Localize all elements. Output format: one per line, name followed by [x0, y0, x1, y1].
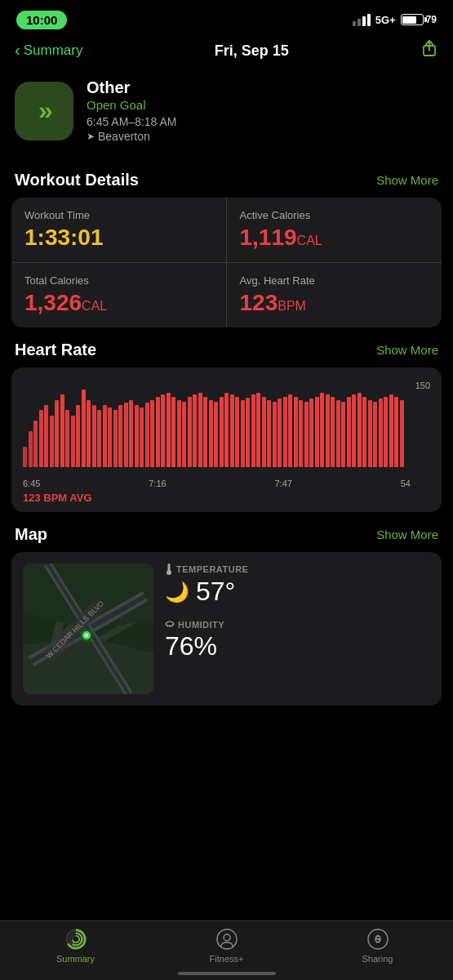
temperature-section: TEMPERATURE 🌙 57° — [165, 564, 430, 607]
chart-bar — [331, 397, 335, 467]
chart-bar — [39, 410, 43, 467]
chart-y-label: 150 — [415, 381, 430, 390]
detail-total-calories: Total Calories 1,326CAL — [11, 263, 227, 327]
chart-bar — [87, 400, 91, 467]
chart-bar — [256, 393, 260, 467]
map-thumbnail[interactable]: W CEDAR HILLS BLVD — [23, 564, 153, 694]
network-type: 5G+ — [375, 14, 396, 26]
status-time: 10:00 — [16, 11, 67, 29]
chart-bar — [267, 400, 271, 467]
sharing-icon: S — [366, 928, 389, 951]
detail-heart-rate: Avg. Heart Rate 123BPM — [227, 263, 442, 327]
nav-bar: ‹ Summary Fri, Sep 15 — [0, 36, 453, 70]
chart-bar — [145, 403, 149, 467]
activity-ring-icon — [64, 928, 87, 951]
fitness-plus-icon — [215, 928, 238, 951]
chart-bar — [309, 399, 313, 467]
chart-bar — [29, 431, 33, 467]
workout-goal: Open Goal — [87, 98, 177, 112]
humidity-value: 76% — [165, 631, 430, 662]
chart-x-labels: 6:45 7:16 7:47 54 — [23, 479, 430, 488]
moon-icon: 🌙 — [165, 581, 189, 604]
battery-indicator: 79 — [401, 14, 437, 25]
tab-summary[interactable]: Summary — [0, 928, 151, 964]
workout-type-icon: » — [38, 96, 50, 126]
workout-time-label: Workout Time — [24, 209, 213, 221]
workout-header: » Other Open Goal 6:45 AM–8:18 AM ➤ Beav… — [0, 70, 453, 158]
tab-summary-label: Summary — [56, 954, 95, 964]
chart-bar — [288, 394, 292, 467]
map-title: Map — [15, 525, 47, 544]
heart-rate-show-more[interactable]: Show More — [376, 343, 438, 357]
chart-bar — [23, 447, 27, 467]
chart-bar — [177, 400, 181, 467]
share-button[interactable] — [420, 39, 438, 62]
workout-details-card: Workout Time 1:33:01 Active Calories 1,1… — [11, 198, 442, 327]
chart-bar — [50, 416, 54, 467]
svg-text:S: S — [375, 934, 380, 944]
map-svg: W CEDAR HILLS BLVD — [23, 564, 153, 694]
battery-fill — [402, 16, 416, 24]
chart-bar — [273, 402, 277, 467]
chart-bar — [389, 394, 393, 467]
chart-bar — [182, 402, 186, 467]
nav-title: Fri, Sep 15 — [215, 42, 289, 60]
status-right: 5G+ 79 — [353, 14, 437, 26]
chart-bar — [358, 393, 362, 467]
chart-x-label-4: 54 — [401, 479, 411, 488]
chart-bar — [283, 397, 287, 467]
chart-bar — [379, 399, 383, 467]
workout-details-header: Workout Details Show More — [0, 158, 453, 198]
chart-bar — [193, 394, 197, 467]
active-cal-unit: CAL — [297, 234, 322, 247]
total-cal-unit: CAL — [82, 299, 107, 313]
workout-type: Other — [87, 78, 177, 97]
status-bar: 10:00 5G+ 79 — [0, 0, 453, 36]
details-grid: Workout Time 1:33:01 Active Calories 1,1… — [11, 198, 442, 327]
thermometer-icon — [165, 564, 173, 575]
back-button[interactable]: ‹ Summary — [15, 42, 82, 60]
chart-avg-label: 123 BPM AVG — [23, 492, 430, 504]
chart-bar — [60, 394, 64, 467]
signal-icon — [353, 14, 371, 26]
chart-bar — [336, 400, 340, 467]
chart-bar — [368, 400, 372, 467]
chart-bar — [124, 403, 128, 467]
active-cal-label: Active Calories — [240, 209, 429, 221]
chart-bar — [394, 397, 398, 467]
chart-bar — [220, 397, 224, 467]
chart-bar — [262, 397, 266, 467]
chart-bar — [341, 402, 345, 467]
chart-bar — [203, 397, 207, 467]
location-name: Beaverton — [98, 130, 150, 143]
chart-bar — [294, 397, 298, 467]
chart-bar — [65, 410, 69, 467]
chart-bar — [150, 400, 154, 467]
avg-hr-unit: BPM — [278, 299, 306, 313]
map-show-more[interactable]: Show More — [376, 528, 438, 541]
chart-bar — [246, 398, 250, 467]
chart-bar — [347, 397, 351, 467]
heart-rate-chart: 150 — [23, 377, 430, 475]
chart-bar — [373, 402, 377, 467]
workout-details-show-more[interactable]: Show More — [376, 173, 438, 187]
workout-info: Other Open Goal 6:45 AM–8:18 AM ➤ Beaver… — [87, 78, 177, 143]
chart-bar — [97, 410, 101, 467]
chart-bar — [278, 399, 282, 467]
svg-point-17 — [167, 570, 171, 575]
chart-bars — [23, 377, 430, 467]
chart-bar — [352, 394, 356, 467]
humidity-icon — [165, 621, 175, 629]
chart-bar — [362, 397, 366, 467]
home-indicator — [178, 972, 276, 975]
tab-fitness[interactable]: Fitness+ — [151, 928, 302, 964]
map-header: Map Show More — [0, 512, 453, 552]
chart-bar — [320, 393, 324, 467]
chart-bar — [118, 405, 122, 467]
chart-bar — [251, 394, 255, 467]
chart-bar — [315, 397, 319, 467]
tab-sharing[interactable]: S Sharing — [302, 928, 453, 964]
chart-bar — [209, 400, 213, 467]
temperature-value: 🌙 57° — [165, 577, 430, 607]
chart-bar — [235, 397, 239, 467]
